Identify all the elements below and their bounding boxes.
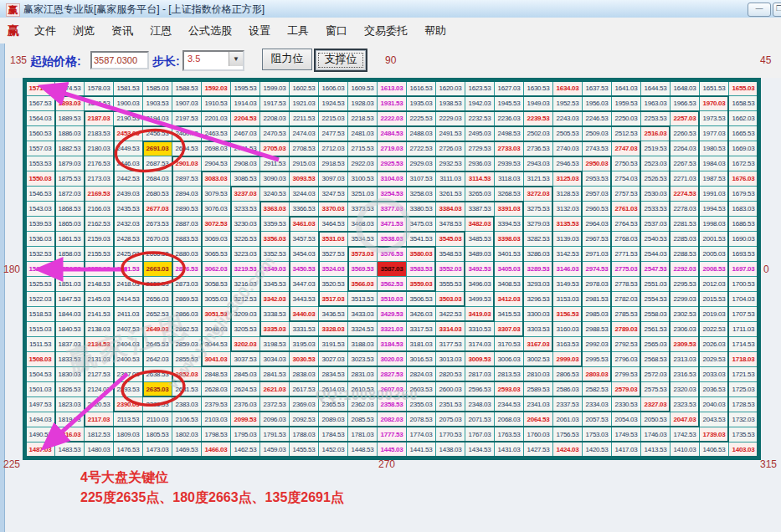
gann-cell[interactable]: 1420.53 xyxy=(583,442,611,457)
gann-cell[interactable]: 1595.53 xyxy=(231,81,259,95)
gann-cell[interactable]: 1553.53 xyxy=(26,156,54,171)
gann-cell[interactable]: 1854.53 xyxy=(55,262,84,276)
gann-cell[interactable]: 2799.53 xyxy=(612,367,640,381)
gann-cell[interactable]: 1760.03 xyxy=(524,427,552,442)
gann-cell[interactable]: 3062.03 xyxy=(202,262,230,276)
gann-cell[interactable]: 3527.53 xyxy=(319,247,347,261)
gann-cell[interactable]: 2292.03 xyxy=(671,262,699,276)
gann-cell[interactable]: 3051.53 xyxy=(202,307,230,321)
gann-cell[interactable]: 2502.03 xyxy=(524,126,552,141)
gann-cell[interactable]: 3216.03 xyxy=(231,277,259,291)
gann-cell[interactable]: 2386.53 xyxy=(143,397,172,412)
gann-cell[interactable]: 2155.53 xyxy=(85,247,113,261)
gann-cell[interactable]: 3296.53 xyxy=(524,292,552,306)
gann-cell[interactable]: 2582.53 xyxy=(583,382,611,396)
gann-cell[interactable]: 2295.53 xyxy=(671,277,699,291)
gann-cell[interactable]: 2187.03 xyxy=(85,111,113,125)
gann-cell[interactable]: 3226.53 xyxy=(231,232,259,246)
gann-cell[interactable]: 2491.53 xyxy=(436,126,465,141)
gann-cell[interactable]: 1749.53 xyxy=(612,427,640,442)
gann-cell[interactable]: 2890.53 xyxy=(172,202,201,216)
gann-cell[interactable]: 2544.03 xyxy=(641,247,670,261)
gann-cell[interactable]: 1798.53 xyxy=(202,427,230,442)
gann-cell[interactable]: 3100.53 xyxy=(348,171,377,186)
gann-cell[interactable]: 2589.53 xyxy=(524,382,552,396)
gann-cell[interactable]: 2855.53 xyxy=(172,352,201,366)
gann-cell[interactable]: 3447.03 xyxy=(290,277,318,291)
gann-cell[interactable]: 2019.03 xyxy=(700,307,728,321)
gann-cell[interactable]: 3394.53 xyxy=(495,217,523,231)
support-button[interactable]: 支撑位 xyxy=(314,49,367,72)
gann-cell[interactable]: 3282.53 xyxy=(524,232,552,246)
gann-cell[interactable]: 2957.03 xyxy=(583,187,611,201)
gann-cell[interactable]: 1672.53 xyxy=(729,156,758,171)
gann-cell[interactable]: 1581.53 xyxy=(114,81,142,95)
gann-cell[interactable]: 2852.03 xyxy=(172,367,201,381)
gann-cell[interactable]: 2904.53 xyxy=(202,156,230,171)
gann-cell-center[interactable]: 3587.03 xyxy=(378,262,406,276)
gann-cell[interactable]: 2113.53 xyxy=(114,412,142,427)
gann-cell[interactable]: 1816.03 xyxy=(55,427,84,442)
gann-cell[interactable]: 2169.53 xyxy=(85,187,113,201)
gann-cell[interactable]: 2796.03 xyxy=(612,352,640,366)
gann-cell[interactable]: 1658.53 xyxy=(729,96,758,110)
gann-cell[interactable]: 1641.03 xyxy=(612,81,640,95)
gann-cell[interactable]: 3464.53 xyxy=(319,217,347,231)
gann-cell[interactable]: 2607.03 xyxy=(378,382,406,396)
gann-cell[interactable]: 3321.03 xyxy=(378,322,406,336)
gann-cell[interactable]: 2579.03 xyxy=(612,382,640,396)
gann-cell[interactable]: 1833.53 xyxy=(55,352,84,366)
gann-cell[interactable]: 2124.03 xyxy=(85,382,113,396)
gann-cell[interactable]: 1606.03 xyxy=(319,81,347,95)
gann-cell[interactable]: 3083.03 xyxy=(202,171,230,186)
gann-cell[interactable]: 3121.53 xyxy=(524,171,552,186)
gann-cell[interactable]: 1924.53 xyxy=(319,96,347,110)
gann-cell[interactable]: 3202.03 xyxy=(231,337,259,351)
gann-cell[interactable]: 2222.03 xyxy=(378,111,406,125)
gann-cell[interactable]: 2232.53 xyxy=(465,111,494,125)
gann-cell[interactable]: 2995.53 xyxy=(583,352,611,366)
gann-cell[interactable]: 2397.03 xyxy=(114,367,142,381)
menu-item-帮助[interactable]: 帮助 xyxy=(416,20,455,42)
gann-cell[interactable]: 3170.53 xyxy=(495,337,523,351)
gann-cell[interactable]: 3541.53 xyxy=(407,232,435,246)
gann-cell[interactable]: 1525.53 xyxy=(26,277,54,291)
gann-cell[interactable]: 2351.53 xyxy=(436,397,465,412)
gann-cell[interactable]: 3359.53 xyxy=(260,217,289,231)
gann-cell[interactable]: 2488.03 xyxy=(407,126,435,141)
gann-cell[interactable]: 3496.03 xyxy=(465,277,494,291)
gann-cell[interactable]: 2127.53 xyxy=(85,367,113,381)
gann-cell[interactable]: 3377.03 xyxy=(378,202,406,216)
gann-cell[interactable]: 3328.03 xyxy=(319,322,347,336)
gann-cell[interactable]: 3391.03 xyxy=(495,202,523,216)
gann-cell[interactable]: 2960.53 xyxy=(583,202,611,216)
gann-cell[interactable]: 3261.53 xyxy=(436,187,465,201)
gann-cell[interactable]: 2264.03 xyxy=(671,141,699,156)
gann-cell[interactable]: 3384.03 xyxy=(436,202,465,216)
gann-cell[interactable]: 2880.03 xyxy=(172,247,201,261)
gann-cell[interactable]: 2568.53 xyxy=(641,352,670,366)
gann-cell[interactable]: 2883.53 xyxy=(172,232,201,246)
gann-cell[interactable]: 2761.03 xyxy=(612,202,640,216)
gann-cell[interactable]: 1620.03 xyxy=(436,81,465,95)
gann-cell[interactable]: 1795.03 xyxy=(231,427,259,442)
gann-cell[interactable]: 3349.03 xyxy=(260,262,289,276)
gann-cell[interactable]: 2950.03 xyxy=(583,156,611,171)
gann-cell[interactable]: 2894.03 xyxy=(172,187,201,201)
gann-cell[interactable]: 1735.53 xyxy=(729,427,758,442)
gann-cell[interactable]: 1837.03 xyxy=(55,337,84,351)
gann-cell[interactable]: 3335.03 xyxy=(260,322,289,336)
gann-cell[interactable]: 2271.03 xyxy=(671,171,699,186)
gann-cell[interactable]: 3027.03 xyxy=(319,352,347,366)
gann-cell[interactable]: 3174.03 xyxy=(465,337,494,351)
gann-cell[interactable]: 2985.03 xyxy=(583,307,611,321)
gann-cell[interactable]: 2775.03 xyxy=(612,262,640,276)
gann-cell[interactable]: 2953.53 xyxy=(583,171,611,186)
gann-cell[interactable]: 2260.53 xyxy=(671,126,699,141)
gann-cell[interactable]: 1651.53 xyxy=(700,81,728,95)
gann-cell[interactable]: 1602.53 xyxy=(290,81,318,95)
gann-cell[interactable]: 2523.03 xyxy=(641,156,670,171)
gann-cell[interactable]: 3090.03 xyxy=(260,171,289,186)
gann-cell[interactable]: 2565.03 xyxy=(641,337,670,351)
gann-cell[interactable]: 1445.03 xyxy=(378,442,406,457)
